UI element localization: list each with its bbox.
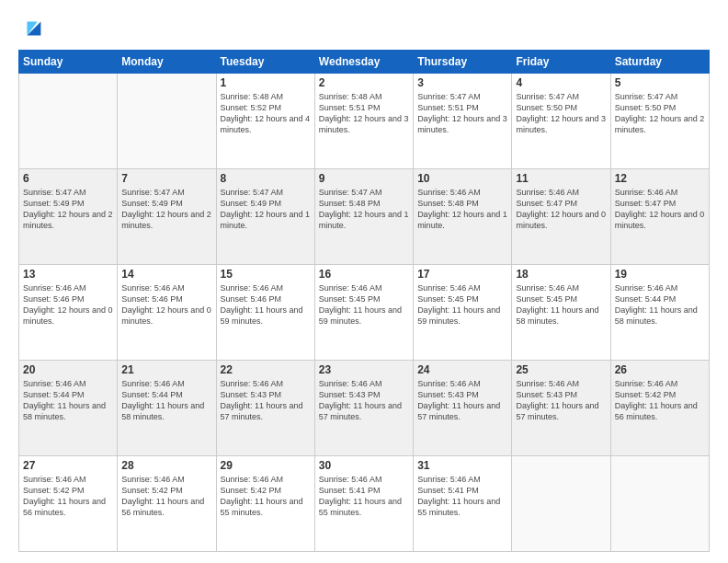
day-info: Sunrise: 5:46 AM Sunset: 5:42 PM Dayligh… xyxy=(121,474,211,519)
day-number: 6 xyxy=(23,172,113,185)
day-info: Sunrise: 5:47 AM Sunset: 5:49 PM Dayligh… xyxy=(221,187,311,232)
calendar-cell: 1Sunrise: 5:48 AM Sunset: 5:52 PM Daylig… xyxy=(216,74,314,169)
day-number: 9 xyxy=(319,172,409,185)
day-number: 28 xyxy=(121,459,211,472)
calendar-cell: 31Sunrise: 5:46 AM Sunset: 5:41 PM Dayli… xyxy=(414,456,512,552)
calendar-cell: 28Sunrise: 5:46 AM Sunset: 5:42 PM Dayli… xyxy=(118,456,216,552)
day-info: Sunrise: 5:46 AM Sunset: 5:48 PM Dayligh… xyxy=(417,187,507,232)
day-number: 18 xyxy=(516,268,606,281)
calendar-week-row: 13Sunrise: 5:46 AM Sunset: 5:46 PM Dayli… xyxy=(19,265,710,361)
day-of-week-monday: Monday xyxy=(118,51,216,74)
logo xyxy=(18,15,46,40)
page: SundayMondayTuesdayWednesdayThursdayFrid… xyxy=(0,0,728,563)
day-of-week-tuesday: Tuesday xyxy=(216,51,314,74)
logo-icon xyxy=(20,15,46,40)
day-number: 29 xyxy=(221,459,311,472)
calendar-cell: 21Sunrise: 5:46 AM Sunset: 5:44 PM Dayli… xyxy=(118,361,216,456)
calendar-cell: 11Sunrise: 5:46 AM Sunset: 5:47 PM Dayli… xyxy=(512,169,610,265)
day-info: Sunrise: 5:46 AM Sunset: 5:46 PM Dayligh… xyxy=(23,282,113,327)
day-info: Sunrise: 5:47 AM Sunset: 5:50 PM Dayligh… xyxy=(516,91,606,136)
calendar-cell: 7Sunrise: 5:47 AM Sunset: 5:49 PM Daylig… xyxy=(118,169,216,265)
day-info: Sunrise: 5:46 AM Sunset: 5:43 PM Dayligh… xyxy=(221,378,311,423)
day-info: Sunrise: 5:48 AM Sunset: 5:52 PM Dayligh… xyxy=(221,91,311,136)
calendar-header-row: SundayMondayTuesdayWednesdayThursdayFrid… xyxy=(19,51,710,74)
calendar-cell: 10Sunrise: 5:46 AM Sunset: 5:48 PM Dayli… xyxy=(414,169,512,265)
day-number: 7 xyxy=(121,172,211,185)
day-info: Sunrise: 5:47 AM Sunset: 5:49 PM Dayligh… xyxy=(121,187,211,232)
calendar-cell: 24Sunrise: 5:46 AM Sunset: 5:43 PM Dayli… xyxy=(414,361,512,456)
day-info: Sunrise: 5:46 AM Sunset: 5:46 PM Dayligh… xyxy=(121,282,211,327)
day-info: Sunrise: 5:46 AM Sunset: 5:41 PM Dayligh… xyxy=(417,474,507,519)
calendar-cell: 6Sunrise: 5:47 AM Sunset: 5:49 PM Daylig… xyxy=(19,169,118,265)
day-info: Sunrise: 5:48 AM Sunset: 5:51 PM Dayligh… xyxy=(319,91,409,136)
calendar-cell: 22Sunrise: 5:46 AM Sunset: 5:43 PM Dayli… xyxy=(216,361,314,456)
day-number: 21 xyxy=(121,363,211,376)
calendar-cell: 20Sunrise: 5:46 AM Sunset: 5:44 PM Dayli… xyxy=(19,361,118,456)
day-info: Sunrise: 5:46 AM Sunset: 5:45 PM Dayligh… xyxy=(319,282,409,327)
day-info: Sunrise: 5:46 AM Sunset: 5:42 PM Dayligh… xyxy=(23,474,113,519)
calendar-cell: 8Sunrise: 5:47 AM Sunset: 5:49 PM Daylig… xyxy=(216,169,314,265)
day-info: Sunrise: 5:46 AM Sunset: 5:41 PM Dayligh… xyxy=(319,474,409,519)
day-of-week-wednesday: Wednesday xyxy=(314,51,413,74)
day-info: Sunrise: 5:46 AM Sunset: 5:43 PM Dayligh… xyxy=(319,378,409,423)
calendar-cell: 2Sunrise: 5:48 AM Sunset: 5:51 PM Daylig… xyxy=(314,74,413,169)
calendar-cell: 23Sunrise: 5:46 AM Sunset: 5:43 PM Dayli… xyxy=(314,361,413,456)
day-number: 31 xyxy=(417,459,507,472)
calendar-week-row: 20Sunrise: 5:46 AM Sunset: 5:44 PM Dayli… xyxy=(19,361,710,456)
day-number: 2 xyxy=(319,76,409,89)
calendar-cell: 4Sunrise: 5:47 AM Sunset: 5:50 PM Daylig… xyxy=(512,74,610,169)
calendar-week-row: 6Sunrise: 5:47 AM Sunset: 5:49 PM Daylig… xyxy=(19,169,710,265)
day-number: 24 xyxy=(417,363,507,376)
day-number: 13 xyxy=(23,268,113,281)
day-number: 26 xyxy=(615,363,705,376)
day-info: Sunrise: 5:46 AM Sunset: 5:45 PM Dayligh… xyxy=(516,282,606,327)
calendar-cell xyxy=(118,74,216,169)
calendar-cell: 29Sunrise: 5:46 AM Sunset: 5:42 PM Dayli… xyxy=(216,456,314,552)
calendar-cell: 17Sunrise: 5:46 AM Sunset: 5:45 PM Dayli… xyxy=(414,265,512,361)
calendar-cell: 3Sunrise: 5:47 AM Sunset: 5:51 PM Daylig… xyxy=(414,74,512,169)
calendar-cell: 5Sunrise: 5:47 AM Sunset: 5:50 PM Daylig… xyxy=(610,74,709,169)
calendar-cell: 15Sunrise: 5:46 AM Sunset: 5:46 PM Dayli… xyxy=(216,265,314,361)
day-info: Sunrise: 5:46 AM Sunset: 5:44 PM Dayligh… xyxy=(615,282,705,327)
calendar-body: 1Sunrise: 5:48 AM Sunset: 5:52 PM Daylig… xyxy=(19,74,710,552)
calendar-cell: 9Sunrise: 5:47 AM Sunset: 5:48 PM Daylig… xyxy=(314,169,413,265)
day-number: 30 xyxy=(319,459,409,472)
calendar-cell: 16Sunrise: 5:46 AM Sunset: 5:45 PM Dayli… xyxy=(314,265,413,361)
day-info: Sunrise: 5:47 AM Sunset: 5:50 PM Dayligh… xyxy=(615,91,705,136)
day-number: 14 xyxy=(121,268,211,281)
day-info: Sunrise: 5:46 AM Sunset: 5:47 PM Dayligh… xyxy=(615,187,705,232)
day-number: 10 xyxy=(417,172,507,185)
day-of-week-thursday: Thursday xyxy=(414,51,512,74)
calendar-cell: 12Sunrise: 5:46 AM Sunset: 5:47 PM Dayli… xyxy=(610,169,709,265)
day-number: 25 xyxy=(516,363,606,376)
day-of-week-saturday: Saturday xyxy=(610,51,709,74)
day-number: 3 xyxy=(417,76,507,89)
day-number: 27 xyxy=(23,459,113,472)
day-info: Sunrise: 5:46 AM Sunset: 5:46 PM Dayligh… xyxy=(221,282,311,327)
day-number: 4 xyxy=(516,76,606,89)
header xyxy=(18,15,710,40)
day-of-week-friday: Friday xyxy=(512,51,610,74)
day-info: Sunrise: 5:46 AM Sunset: 5:45 PM Dayligh… xyxy=(417,282,507,327)
calendar-cell: 19Sunrise: 5:46 AM Sunset: 5:44 PM Dayli… xyxy=(610,265,709,361)
day-number: 8 xyxy=(221,172,311,185)
day-info: Sunrise: 5:46 AM Sunset: 5:44 PM Dayligh… xyxy=(121,378,211,423)
calendar-week-row: 27Sunrise: 5:46 AM Sunset: 5:42 PM Dayli… xyxy=(19,456,710,552)
day-number: 16 xyxy=(319,268,409,281)
day-info: Sunrise: 5:46 AM Sunset: 5:43 PM Dayligh… xyxy=(516,378,606,423)
day-info: Sunrise: 5:46 AM Sunset: 5:44 PM Dayligh… xyxy=(23,378,113,423)
calendar-week-row: 1Sunrise: 5:48 AM Sunset: 5:52 PM Daylig… xyxy=(19,74,710,169)
calendar-cell xyxy=(512,456,610,552)
calendar-cell: 27Sunrise: 5:46 AM Sunset: 5:42 PM Dayli… xyxy=(19,456,118,552)
day-number: 22 xyxy=(221,363,311,376)
day-info: Sunrise: 5:46 AM Sunset: 5:43 PM Dayligh… xyxy=(417,378,507,423)
calendar-cell: 18Sunrise: 5:46 AM Sunset: 5:45 PM Dayli… xyxy=(512,265,610,361)
calendar-cell: 25Sunrise: 5:46 AM Sunset: 5:43 PM Dayli… xyxy=(512,361,610,456)
calendar-cell: 26Sunrise: 5:46 AM Sunset: 5:42 PM Dayli… xyxy=(610,361,709,456)
calendar-table: SundayMondayTuesdayWednesdayThursdayFrid… xyxy=(18,50,710,552)
day-number: 20 xyxy=(23,363,113,376)
day-info: Sunrise: 5:47 AM Sunset: 5:51 PM Dayligh… xyxy=(417,91,507,136)
calendar-cell: 14Sunrise: 5:46 AM Sunset: 5:46 PM Dayli… xyxy=(118,265,216,361)
calendar-cell: 13Sunrise: 5:46 AM Sunset: 5:46 PM Dayli… xyxy=(19,265,118,361)
day-info: Sunrise: 5:47 AM Sunset: 5:49 PM Dayligh… xyxy=(23,187,113,232)
